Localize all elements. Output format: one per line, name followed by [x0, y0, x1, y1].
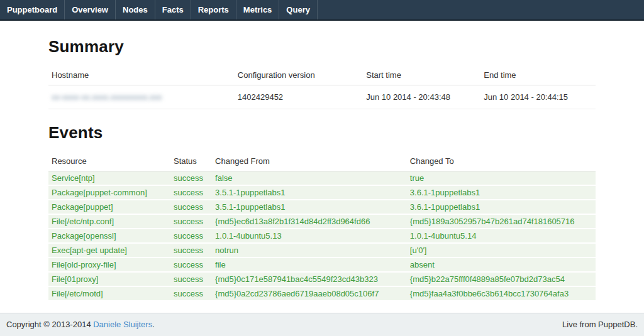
nav-item-facts[interactable]: Facts — [155, 0, 191, 19]
event-changed-to: true — [407, 171, 596, 186]
event-row: Package[puppet-common] success 3.5.1-1pu… — [48, 185, 596, 200]
event-changed-from: 1.0.1-4ubuntu5.13 — [212, 229, 407, 243]
event-changed-to: absent — [407, 257, 596, 272]
event-status: success — [170, 185, 212, 200]
live-from-puppetdb-text: Live from PuppetDB. — [562, 320, 638, 329]
configuration-version-value: 1402429452 — [235, 85, 363, 109]
nav-item-nodes[interactable]: Nodes — [115, 0, 155, 19]
summary-header-row: Hostname Configuration version Start tim… — [48, 65, 596, 85]
events-header-row: Resource Status Changed From Changed To — [48, 151, 596, 171]
event-resource: File[/etc/motd] — [48, 286, 170, 301]
nav-item-overview[interactable]: Overview — [64, 0, 115, 19]
event-changed-to: 3.6.1-1puppetlabs1 — [407, 185, 596, 200]
events-col-changed-to: Changed To — [407, 151, 596, 171]
author-link[interactable]: Daniele Sluijters — [93, 320, 152, 329]
event-row: Exec[apt-get update] success notrun [u'0… — [48, 243, 596, 257]
event-row: File[/etc/motd] success {md5}0a2cd23786a… — [48, 286, 596, 301]
event-row: File[old-proxy-file] success file absent — [48, 257, 596, 272]
summary-col-hostname: Hostname — [48, 65, 235, 85]
event-resource: File[/etc/ntp.conf] — [48, 214, 170, 229]
events-col-status: Status — [170, 151, 212, 171]
event-resource: Service[ntp] — [48, 171, 170, 186]
start-time-value: Jun 10 2014 - 20:43:48 — [363, 85, 480, 109]
event-row: Package[puppet] success 3.5.1-1puppetlab… — [48, 200, 596, 214]
end-time-value: Jun 10 2014 - 20:44:15 — [480, 85, 596, 109]
event-row: Service[ntp] success false true — [48, 171, 596, 186]
event-status: success — [170, 272, 212, 286]
event-changed-from: {md5}0c171e587941bac4c5549f23cd43b323 — [212, 272, 407, 286]
copyright-text: Copyright © 2013-2014 Daniele Sluijters. — [6, 320, 155, 329]
event-row: Package[openssl] success 1.0.1-4ubuntu5.… — [48, 229, 596, 243]
event-changed-from: 3.5.1-1puppetlabs1 — [212, 185, 407, 200]
event-changed-from: file — [212, 257, 407, 272]
event-changed-from: 3.5.1-1puppetlabs1 — [212, 200, 407, 214]
event-row: File[/etc/ntp.conf] success {md5}ec6d13a… — [48, 214, 596, 229]
nav-item-query[interactable]: Query — [279, 0, 318, 19]
event-status: success — [170, 257, 212, 272]
event-row: File[01proxy] success {md5}0c171e587941b… — [48, 272, 596, 286]
event-changed-to: {md5}189a3052957b47b261ad74f181605716 — [407, 214, 596, 229]
nav-item-reports[interactable]: Reports — [191, 0, 236, 19]
summary-col-start-time: Start time — [363, 65, 480, 85]
event-status: success — [170, 286, 212, 301]
event-changed-to: [u'0'] — [407, 243, 596, 257]
top-navbar: Puppetboard Overview Nodes Facts Reports… — [0, 0, 644, 21]
event-changed-to: {md5}faa4a3f0bbe6c3b614bcc1730764afa3 — [407, 286, 596, 301]
summary-row: xx-xxxx-xx.xxxx.xxxxxxxxx.xxx 1402429452… — [48, 85, 596, 109]
events-col-resource: Resource — [48, 151, 170, 171]
hostname-link-redacted[interactable]: xx-xxxx-xx.xxxx.xxxxxxxxx.xxx — [52, 92, 162, 102]
summary-title: Summary — [48, 37, 596, 57]
event-changed-to: {md5}b22a75fff0f4889a85fe07bd2d73ac54 — [407, 272, 596, 286]
event-changed-from: {md5}ec6d13a8f2b1f314d84d2ff3d964fd66 — [212, 214, 407, 229]
navbar-brand-puppetboard[interactable]: Puppetboard — [0, 0, 64, 19]
event-status: success — [170, 200, 212, 214]
event-resource: Exec[apt-get update] — [48, 243, 170, 257]
event-resource: Package[openssl] — [48, 229, 170, 243]
summary-table: Hostname Configuration version Start tim… — [48, 65, 596, 109]
event-changed-from: {md5}0a2cd23786aed6719aaeb08d05c106f7 — [212, 286, 407, 301]
event-status: success — [170, 229, 212, 243]
event-changed-from: false — [212, 171, 407, 186]
page-footer: Copyright © 2013-2014 Daniele Sluijters.… — [0, 313, 644, 336]
report-content: Summary Hostname Configuration version S… — [48, 21, 596, 313]
event-status: success — [170, 243, 212, 257]
copyright-suffix: . — [152, 320, 155, 329]
events-title: Events — [48, 123, 596, 143]
events-col-changed-from: Changed From — [212, 151, 407, 171]
event-resource: Package[puppet] — [48, 200, 170, 214]
event-changed-to: 3.6.1-1puppetlabs1 — [407, 200, 596, 214]
event-resource: File[old-proxy-file] — [48, 257, 170, 272]
event-status: success — [170, 171, 212, 186]
event-resource: Package[puppet-common] — [48, 185, 170, 200]
event-changed-to: 1.0.1-4ubuntu5.14 — [407, 229, 596, 243]
nav-item-metrics[interactable]: Metrics — [236, 0, 279, 19]
copyright-prefix: Copyright © 2013-2014 — [6, 320, 93, 329]
event-changed-from: notrun — [212, 243, 407, 257]
event-resource: File[01proxy] — [48, 272, 170, 286]
events-table: Resource Status Changed From Changed To … — [48, 151, 596, 301]
summary-col-configuration-version: Configuration version — [235, 65, 363, 85]
summary-col-end-time: End time — [480, 65, 596, 85]
event-status: success — [170, 214, 212, 229]
